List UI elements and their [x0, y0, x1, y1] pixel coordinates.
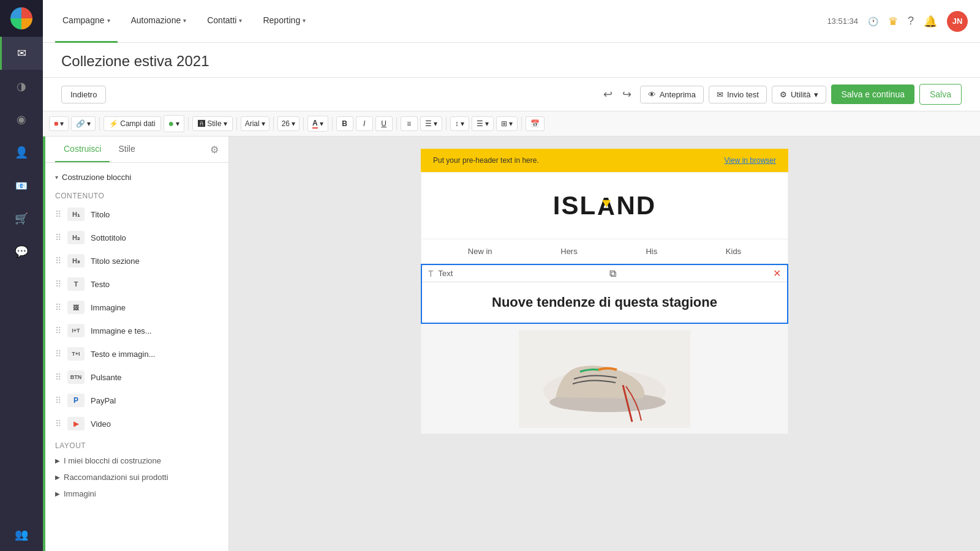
- left-panel: Costruisci Stile ⚙ ▾ Costruzione blocchi…: [45, 137, 229, 551]
- green-dot-button[interactable]: ● ▾: [164, 115, 185, 132]
- drag-handle-video: ⠿: [55, 419, 61, 429]
- content-label: Contenuto: [45, 189, 228, 203]
- back-button[interactable]: Indietro: [61, 86, 106, 103]
- nav-automazione[interactable]: Automazione ▾: [124, 0, 194, 43]
- drag-handle-pulsante: ⠿: [55, 372, 61, 382]
- sidebar-item-cart[interactable]: 🛒: [0, 202, 43, 235]
- stile-button[interactable]: 🅰 Stile ▾: [192, 116, 232, 131]
- text-color-button[interactable]: A ▾: [307, 116, 328, 132]
- align-center-button[interactable]: ☰ ▾: [420, 116, 442, 131]
- sub-immagini[interactable]: ▶ Immagini: [45, 485, 228, 502]
- save-button[interactable]: Salva: [919, 84, 962, 105]
- sidebar-item-chat[interactable]: 💬: [0, 235, 43, 268]
- block-video[interactable]: ⠿ ▶ Video: [45, 412, 228, 435]
- block-testo-immagine[interactable]: ⠿ T+I Testo e immagin...: [45, 342, 228, 365]
- toolbar-sep-6: [332, 117, 333, 130]
- nav-campagne[interactable]: Campagne ▾: [55, 0, 118, 43]
- toolbar-sep-2: [188, 117, 189, 130]
- email-logo-block[interactable]: ISL A A ND: [421, 172, 788, 239]
- block-pulsante[interactable]: ⠿ BTN Pulsante: [45, 365, 228, 389]
- automazione-chevron-icon: ▾: [183, 17, 186, 24]
- font-family-select[interactable]: Arial ▾: [241, 116, 270, 131]
- undo-button[interactable]: ↩: [600, 85, 616, 103]
- sidebar-item-settings-users[interactable]: 👥: [0, 518, 43, 551]
- nav-new-in[interactable]: New in: [468, 247, 492, 256]
- nav-contatti[interactable]: Contatti ▾: [200, 0, 249, 43]
- bold-button[interactable]: B: [336, 116, 353, 131]
- nav-hers[interactable]: Hers: [560, 247, 577, 256]
- text-block-wrapper[interactable]: T Text ⧉ ✕ Nuove tendenze di questa stag…: [421, 264, 788, 324]
- block-icon-titolo-sezione: H₃: [67, 254, 85, 268]
- block-titolo[interactable]: ⠿ H₁ Titolo: [45, 203, 228, 226]
- sidebar-item-eye[interactable]: ◉: [0, 103, 43, 136]
- block-immagine-testo[interactable]: ⠿ I+T Immagine e tes...: [45, 319, 228, 342]
- crown-icon[interactable]: ♛: [888, 15, 898, 28]
- block-immagine[interactable]: ⠿ 🖼 Immagine: [45, 296, 228, 319]
- close-text-block-icon[interactable]: ✕: [773, 268, 781, 279]
- block-testo[interactable]: ⠿ T Testo: [45, 272, 228, 296]
- section-arrow-icon: ▾: [55, 174, 58, 181]
- settings-users-icon: 👥: [15, 528, 28, 541]
- green-chevron-icon: ▾: [176, 119, 179, 128]
- italic-button[interactable]: I: [356, 116, 373, 131]
- align-left-icon: ≡: [407, 119, 411, 128]
- align-left-button[interactable]: ≡: [401, 116, 418, 131]
- bell-icon[interactable]: 🔔: [924, 15, 937, 28]
- drag-handle-immagine-testo: ⠿: [55, 326, 61, 335]
- sidebar-item-moon[interactable]: ◑: [0, 70, 43, 103]
- tab-costruisci[interactable]: Costruisci: [55, 137, 110, 162]
- text-block-toolbar: T Text ⧉ ✕: [422, 265, 787, 282]
- sidebar-item-email[interactable]: ✉: [0, 37, 43, 70]
- campi-dati-button[interactable]: ⚡ Campi dati: [104, 116, 160, 131]
- view-browser-link[interactable]: View in browser: [725, 156, 776, 165]
- tab-stile[interactable]: Stile: [110, 137, 143, 162]
- left-panel-container: Costruisci Stile ⚙ ▾ Costruzione blocchi…: [43, 137, 229, 551]
- link-chevron-icon: ▾: [87, 119, 91, 128]
- nav-reporting[interactable]: Reporting ▾: [255, 0, 313, 43]
- color-fill-button[interactable]: ■ ▾: [49, 116, 69, 131]
- list-button[interactable]: ☰ ▾: [472, 116, 494, 131]
- shoe-image-block[interactable]: [421, 324, 788, 434]
- calendar-button[interactable]: 📅: [526, 116, 545, 131]
- text-t-icon: T: [428, 269, 434, 279]
- panel-gear-icon[interactable]: ⚙: [210, 144, 219, 156]
- redo-button[interactable]: ↪: [619, 85, 635, 103]
- drag-handle-titolo-sezione: ⠿: [55, 256, 61, 266]
- help-icon[interactable]: ?: [908, 15, 914, 28]
- drag-handle-sottotitolo: ⠿: [55, 233, 61, 242]
- canvas-area[interactable]: Put your pre-header text in here. View i…: [229, 137, 980, 551]
- preview-button[interactable]: 👁 Anteprima: [640, 86, 704, 103]
- canvas-inner: Put your pre-header text in here. View i…: [421, 149, 788, 539]
- drag-handle-immagine: ⠿: [55, 302, 61, 312]
- nav-kids[interactable]: Kids: [726, 247, 741, 256]
- stile-icon: 🅰: [198, 119, 205, 128]
- app-logo[interactable]: [0, 0, 43, 37]
- user-avatar[interactable]: JN: [947, 11, 968, 32]
- section-costruzione-blocchi[interactable]: ▾ Costruzione blocchi: [45, 169, 228, 186]
- nav-his[interactable]: His: [646, 247, 657, 256]
- font-size-select[interactable]: 26 ▾: [277, 116, 300, 131]
- sub-miei-blocchi[interactable]: ▶ I miei blocchi di costruzione: [45, 452, 228, 469]
- block-titolo-sezione[interactable]: ⠿ H₃ Titolo sezione: [45, 249, 228, 272]
- utilities-button[interactable]: ⚙ Utilità ▾: [772, 86, 827, 103]
- text-block-content[interactable]: Nuove tendenze di questa stagione: [422, 282, 787, 323]
- block-paypal[interactable]: ⠿ P PayPal: [45, 389, 228, 412]
- block-sottotitolo[interactable]: ⠿ H₂ Sottotitolo: [45, 226, 228, 249]
- sidebar-item-person[interactable]: 👤: [0, 136, 43, 169]
- sub-raccomandazioni[interactable]: ▶ Raccomandazioni sui prodotti: [45, 469, 228, 485]
- text-block-label: Text: [439, 269, 453, 278]
- table-button[interactable]: ⊞ ▾: [496, 116, 518, 131]
- test-send-button[interactable]: ✉ Invio test: [709, 86, 767, 103]
- underline-button[interactable]: U: [375, 116, 393, 131]
- drag-handle-testo-immagine: ⠿: [55, 349, 61, 359]
- copy-icon[interactable]: ⧉: [609, 268, 616, 279]
- email-preheader[interactable]: Put your pre-header text in here. View i…: [421, 149, 788, 172]
- toolbar-sep-3: [236, 117, 237, 130]
- mail-test-icon: ✉: [717, 90, 723, 99]
- drag-handle-paypal: ⠿: [55, 395, 61, 405]
- link-button[interactable]: 🔗 ▾: [71, 116, 96, 131]
- sidebar-item-email-send[interactable]: 📧: [0, 169, 43, 202]
- toolbar-sep-5: [303, 117, 304, 130]
- save-continue-button[interactable]: Salva e continua: [831, 84, 914, 104]
- line-height-button[interactable]: ↕ ▾: [450, 116, 469, 131]
